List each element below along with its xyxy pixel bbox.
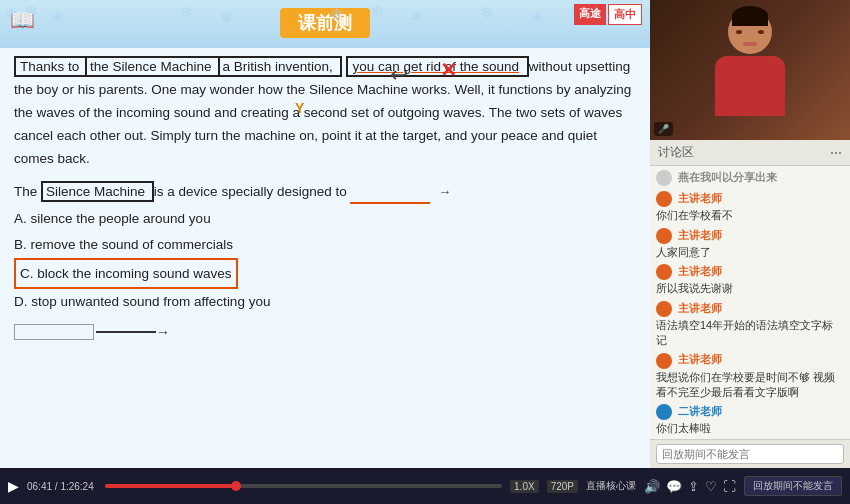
chat-text-5: 我想说你们在学校要是时间不够 视频看不完至少最后看看文字版啊 xyxy=(656,370,844,401)
like-icon[interactable]: ♡ xyxy=(705,479,717,494)
main-content: ❄ ❄ ❄ ❄ ❄ ❄ ❄ ❄ ❄ ❄ ❄ 📖 课前测 高途 高中 xyxy=(0,0,850,468)
eye-left xyxy=(736,30,742,34)
chat-user-0: 燕在我叫以分享出来 xyxy=(656,170,844,186)
silence-machine-label-1: the Silence Machine xyxy=(90,59,212,74)
avatar-6 xyxy=(656,404,672,420)
thanks-to-box: Thanks to the Silence Machine a British … xyxy=(14,56,342,77)
chat-user-4: 主讲老师 xyxy=(656,301,844,317)
highlighted-phrase-box: you can get rid of the sound xyxy=(346,56,528,77)
progress-bar[interactable] xyxy=(105,484,502,488)
chat-user-2: 主讲老师 xyxy=(656,228,844,244)
bottom-line xyxy=(96,331,156,333)
eye-right xyxy=(758,30,764,34)
progress-fill xyxy=(105,484,236,488)
highlighted-phrase-text: you can get rid of the sound xyxy=(352,59,519,74)
bottom-bar: ▶ 06:41 / 1:26:24 1.0X 720P 直播核心课 🔊 💬 ⇪ … xyxy=(0,468,850,504)
avatar-5 xyxy=(656,353,672,369)
bottom-box xyxy=(14,324,94,340)
option-d-text: D. stop unwanted sound from affecting yo… xyxy=(14,294,270,309)
chat-input-area xyxy=(650,439,850,468)
option-c-text: C. block the incoming sound waves xyxy=(20,266,232,281)
person-hair xyxy=(732,6,768,26)
y-annotation: Y xyxy=(295,100,304,116)
time-current: 06:41 xyxy=(27,481,52,492)
chat-input[interactable] xyxy=(656,444,844,464)
mouth xyxy=(743,42,757,46)
chat-text-4: 语法填空14年开始的语法填空文字标记 xyxy=(656,318,844,349)
arrow-annotation: ↩ xyxy=(390,62,408,88)
chat-user-1: 主讲老师 xyxy=(656,191,844,207)
right-panel: 🎤 讨论区 ⋯ 燕在我叫以分享出来 xyxy=(650,0,850,468)
speed-control[interactable]: 1.0X xyxy=(510,480,539,493)
chat-text-1: 你们在学校看不 xyxy=(656,208,844,223)
share-icon[interactable]: ⇪ xyxy=(688,479,699,494)
time-total: 1:26:24 xyxy=(60,481,93,492)
chat-message-6: 二讲老师 你们太棒啦 xyxy=(656,404,844,436)
chat-area: 讨论区 ⋯ 燕在我叫以分享出来 主讲老师 你们在学校 xyxy=(650,140,850,468)
chat-menu-icon: ⋯ xyxy=(830,146,842,160)
avatar-2 xyxy=(656,228,672,244)
chat-message-3: 主讲老师 所以我说先谢谢 xyxy=(656,264,844,296)
lecture-area: ❄ ❄ ❄ ❄ ❄ ❄ ❄ ❄ ❄ ❄ ❄ 📖 课前测 高途 高中 xyxy=(0,0,650,468)
quality-control[interactable]: 720P xyxy=(547,480,578,493)
chat-text-2: 人家同意了 xyxy=(656,245,844,260)
chat-title: 讨论区 xyxy=(658,144,694,161)
gaozhong-badge: 高中 xyxy=(608,4,642,25)
question-rest: is a device specially designed to xyxy=(154,184,351,199)
passage-text: Thanks to the Silence Machine a British … xyxy=(14,56,636,171)
chat-header: 讨论区 ⋯ xyxy=(650,140,850,166)
chat-message-5: 主讲老师 我想说你们在学校要是时间不够 视频看不完至少最后看看文字版啊 xyxy=(656,352,844,400)
option-b-text: B. remove the sound of commercials xyxy=(14,237,233,252)
option-c-row: C. block the incoming sound waves xyxy=(14,258,636,290)
chat-message-2: 主讲老师 人家同意了 xyxy=(656,228,844,260)
silence-machine-box-1: the Silence Machine xyxy=(85,56,220,77)
lecture-body: Thanks to the Silence Machine a British … xyxy=(0,48,650,468)
thanks-to-text: Thanks to xyxy=(20,59,79,74)
questions-section: The Silence Machine is a device speciall… xyxy=(14,179,636,346)
webcam-background xyxy=(650,0,850,140)
person-body xyxy=(715,56,785,116)
chat-username-0: 燕在我叫以分享出来 xyxy=(678,171,777,183)
chat-user-3: 主讲老师 xyxy=(656,264,844,280)
time-display: 06:41 / 1:26:24 xyxy=(27,481,97,492)
chat-user-5: 主讲老师 xyxy=(656,352,844,368)
chat-message-4: 主讲老师 语法填空14年开始的语法填空文字标记 xyxy=(656,301,844,349)
option-c-box: C. block the incoming sound waves xyxy=(14,258,238,290)
avatar-4 xyxy=(656,301,672,317)
arrow-right-annotation: → xyxy=(438,184,451,199)
chat-message-0: 燕在我叫以分享出来 xyxy=(656,170,844,187)
avatar-3 xyxy=(656,264,672,280)
blank-line xyxy=(350,190,430,204)
volume-icon[interactable]: 🔊 xyxy=(644,479,660,494)
lecture-title: 课前测 xyxy=(280,8,370,38)
gaotu-badge: 高途 xyxy=(574,4,606,25)
a-british: a British invention, xyxy=(222,59,332,74)
lecture-header: ❄ ❄ ❄ ❄ ❄ ❄ ❄ ❄ ❄ ❄ ❄ 📖 课前测 高途 高中 xyxy=(0,0,650,48)
person-head xyxy=(728,10,772,54)
webcam-area: 🎤 xyxy=(650,0,850,140)
avatar-0 xyxy=(656,170,672,186)
the-text: The xyxy=(14,184,41,199)
presenter-silhouette xyxy=(705,10,795,130)
chat-text-3: 所以我说先谢谢 xyxy=(656,281,844,296)
chat-message-1: 主讲老师 你们在学校看不 xyxy=(656,191,844,223)
silence-machine-label-2: Silence Machine xyxy=(46,184,145,199)
question-stem: The Silence Machine is a device speciall… xyxy=(14,179,636,205)
chat-text-6: 你们太棒啦 xyxy=(656,421,844,436)
option-b-row: B. remove the sound of commercials xyxy=(14,232,636,258)
progress-dot xyxy=(231,481,241,491)
return-button[interactable]: 回放期间不能发言 xyxy=(744,476,842,496)
barrage-icon[interactable]: 💬 xyxy=(666,479,682,494)
fullscreen-icon[interactable]: ⛶ xyxy=(723,479,736,494)
silence-machine-box-2: Silence Machine xyxy=(41,181,154,202)
option-a-text: A. silence the people around you xyxy=(14,211,211,226)
option-a-row: A. silence the people around you xyxy=(14,206,636,232)
option-d-row: D. stop unwanted sound from affecting yo… xyxy=(14,289,636,315)
chat-user-6: 二讲老师 xyxy=(656,404,844,420)
reading-icon: 📖 xyxy=(10,8,35,32)
x-annotation: ✕ xyxy=(440,58,457,82)
play-button[interactable]: ▶ xyxy=(8,478,19,494)
broadcast-label: 直播核心课 xyxy=(586,479,636,493)
bottom-icons: 🔊 💬 ⇪ ♡ ⛶ xyxy=(644,479,736,494)
avatar-1 xyxy=(656,191,672,207)
